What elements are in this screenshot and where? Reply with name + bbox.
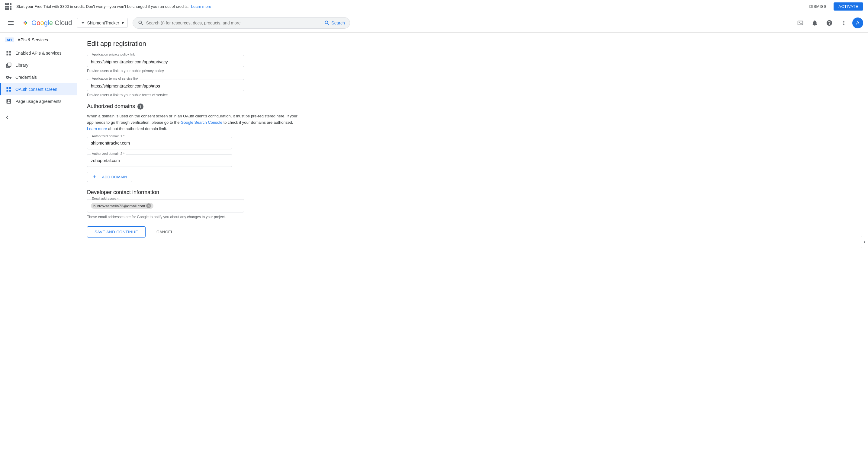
privacy-policy-label: Application privacy policy link [91, 53, 136, 56]
sidebar-header: API APIs & Services [0, 35, 77, 47]
terms-of-service-field-group: Application terms of service link Provid… [87, 79, 858, 97]
page-usage-icon [6, 98, 12, 104]
email-chip-value: burrowsamelia72@gmail.com [93, 204, 145, 208]
banner-text: Start your Free Trial with $300 in credi… [16, 4, 189, 9]
enabled-icon [6, 50, 12, 56]
sidebar: API APIs & Services Enabled APIs & servi… [0, 33, 77, 471]
privacy-policy-field-group: Application privacy policy link Provide … [87, 55, 858, 73]
notifications-button[interactable] [809, 17, 821, 29]
cloud-shell-button[interactable] [794, 17, 806, 29]
developer-contact-section: Developer contact information Email addr… [87, 189, 858, 237]
email-chip-container[interactable]: burrowsamelia72@gmail.com ✕ [87, 199, 244, 212]
sidebar-item-page-usage[interactable]: Page usage agreements [0, 95, 77, 107]
authorized-domain-2-input[interactable] [87, 154, 232, 167]
authorized-domain-1-input[interactable] [87, 137, 232, 149]
search-icon [138, 20, 144, 26]
authorized-domains-help-icon[interactable]: ? [137, 103, 144, 109]
right-panel-toggle-button[interactable] [861, 236, 868, 248]
logo-text: Google Cloud [31, 19, 72, 27]
learn-more-link[interactable]: Learn more [87, 127, 107, 131]
sidebar-item-page-usage-label: Page usage agreements [16, 99, 62, 104]
project-dropdown-icon: ▾ [122, 21, 124, 25]
dismiss-button[interactable]: DISMISS [804, 2, 831, 10]
email-hint: These email addresses are for Google to … [87, 215, 858, 219]
authorized-domain-2-field: Authorized domain 2 * [87, 154, 858, 167]
privacy-policy-hint: Provide users a link to your public priv… [87, 69, 858, 73]
authorized-domains-title: Authorized domains ? [87, 103, 858, 109]
save-and-continue-button[interactable]: SAVE AND CONTINUE [87, 226, 146, 237]
library-icon [6, 62, 12, 68]
add-domain-button[interactable]: + ADD DOMAIN [87, 172, 132, 182]
sidebar-item-library-label: Library [16, 63, 28, 68]
banner-learn-more-link[interactable]: Learn more [191, 4, 211, 9]
authorized-domain-1-field: Authorized domain 1 * [87, 137, 858, 149]
sidebar-item-credentials[interactable]: Credentials [0, 71, 77, 83]
domain2-label: Authorized domain 2 * [91, 152, 126, 156]
terms-of-service-input[interactable] [87, 79, 244, 91]
email-chip: burrowsamelia72@gmail.com ✕ [91, 203, 153, 209]
collapse-sidebar-button[interactable] [4, 114, 11, 122]
search-input[interactable] [146, 21, 322, 25]
domain1-label: Authorized domain 1 * [91, 134, 126, 138]
action-buttons: SAVE AND CONTINUE CANCEL [87, 226, 858, 237]
sidebar-item-oauth-label: OAuth consent screen [16, 87, 57, 92]
remove-email-button[interactable]: ✕ [146, 203, 151, 208]
sidebar-item-enabled-label: Enabled APIs & services [16, 51, 62, 56]
help-button[interactable] [823, 17, 835, 29]
header-icons: A [794, 17, 863, 29]
terms-of-service-hint: Provide users a link to your public term… [87, 93, 858, 97]
project-selector[interactable]: ✦ ShipmentTracker ▾ [77, 18, 128, 28]
authorized-domains-section: Authorized domains ? When a domain is us… [87, 103, 858, 182]
authorized-domains-description: When a domain is used on the consent scr… [87, 113, 299, 132]
privacy-policy-input[interactable] [87, 55, 244, 67]
project-star-icon: ✦ [81, 20, 85, 26]
more-options-button[interactable] [838, 17, 850, 29]
add-domain-label: + ADD DOMAIN [99, 175, 127, 179]
search-button-label: Search [331, 21, 345, 25]
terms-of-service-label: Application terms of service link [91, 77, 140, 80]
sidebar-title: APIs & Services [18, 37, 48, 42]
sidebar-item-library[interactable]: Library [0, 59, 77, 71]
google-grid-icon [5, 3, 11, 10]
cancel-button[interactable]: CANCEL [149, 226, 181, 237]
activate-button[interactable]: ACTIVATE [834, 2, 863, 10]
oauth-icon [6, 86, 12, 92]
google-search-console-link[interactable]: Google Search Console [181, 120, 222, 125]
developer-contact-title: Developer contact information [87, 189, 858, 196]
page-title: Edit app registration [87, 40, 858, 48]
top-banner: Start your Free Trial with $300 in credi… [0, 0, 868, 13]
api-badge: API [5, 37, 14, 42]
google-cloud-logo[interactable]: Google Cloud [22, 19, 72, 27]
sidebar-item-enabled[interactable]: Enabled APIs & services [0, 47, 77, 59]
search-button[interactable]: Search [324, 20, 345, 26]
search-btn-icon [324, 20, 330, 26]
main-layout: API APIs & Services Enabled APIs & servi… [0, 33, 868, 471]
sidebar-item-oauth[interactable]: OAuth consent screen [0, 83, 77, 95]
add-icon [92, 174, 97, 179]
main-content: Edit app registration Application privac… [77, 33, 868, 471]
header: Google Cloud ✦ ShipmentTracker ▾ Search [0, 13, 868, 33]
project-name: ShipmentTracker [87, 21, 119, 25]
sidebar-item-credentials-label: Credentials [16, 75, 37, 80]
hamburger-menu-button[interactable] [5, 17, 17, 29]
credentials-icon [6, 74, 12, 80]
user-avatar[interactable]: A [852, 18, 863, 28]
search-bar: Search [132, 17, 350, 29]
